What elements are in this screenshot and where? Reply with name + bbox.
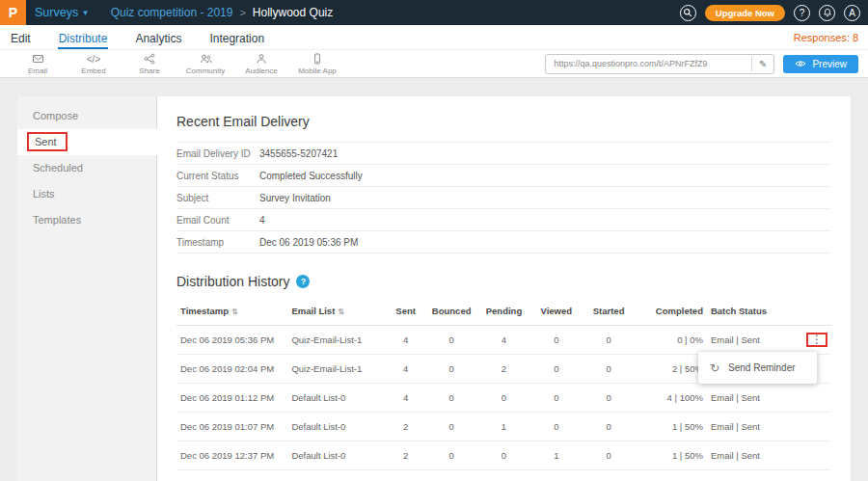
main-panel: Recent Email Delivery Email Delivery ID … xyxy=(157,96,851,481)
search-icon[interactable] xyxy=(680,5,696,21)
preview-button[interactable]: Preview xyxy=(783,55,858,73)
cell-started: 0 xyxy=(583,326,635,355)
toolbar-share-button[interactable]: Share xyxy=(122,53,177,75)
avatar[interactable]: A xyxy=(844,5,860,21)
content-area: Compose Sent Scheduled Lists Templates R… xyxy=(17,96,851,481)
sort-icon[interactable]: ⇅ xyxy=(338,307,344,316)
sidebar-item-compose[interactable]: Compose xyxy=(17,103,156,129)
toolbar-embed-button[interactable]: </> Embed xyxy=(66,53,122,75)
detail-value: 4 xyxy=(259,215,265,226)
cell-sent: 2 xyxy=(386,413,425,441)
cell-timestamp: Dec 06 2019 05:36 PM xyxy=(176,326,287,355)
cell-sent: 4 xyxy=(386,384,425,413)
delivery-details: Email Delivery ID 3455655-5207421 Curren… xyxy=(176,142,831,254)
recent-delivery-title: Recent Email Delivery xyxy=(176,114,831,129)
notifications-bell-icon[interactable] xyxy=(819,5,835,21)
cell-sent: 4 xyxy=(386,355,425,384)
col-header-batch-status: Batch Status xyxy=(707,299,799,326)
row-menu-dots-icon[interactable]: ⋮ xyxy=(808,334,826,345)
send-reminder-menu-item[interactable]: Send Reminder xyxy=(728,362,795,373)
cell-bounced: 0 xyxy=(425,355,477,384)
cell-email-list: Default List-0 xyxy=(287,384,386,413)
breadcrumb-survey-link[interactable]: Quiz competition - 2019 xyxy=(111,6,233,19)
tab-integration[interactable]: Integration xyxy=(208,29,265,49)
cell-viewed: 0 xyxy=(530,384,583,413)
cell-viewed: 1 xyxy=(530,441,583,470)
toolbar-email-button[interactable]: Email xyxy=(10,53,66,75)
cell-bounced: 0 xyxy=(425,384,477,413)
col-header-timestamp[interactable]: Timestamp⇅ xyxy=(176,299,287,326)
cell-pending: 2 xyxy=(477,355,529,384)
breadcrumb: Quiz competition - 2019 > Hollywood Quiz xyxy=(111,6,334,19)
cell-completed: 2 | 50% xyxy=(635,355,707,384)
distribute-toolbar: Email </> Embed Share Community Audienc xyxy=(0,49,868,78)
sort-icon[interactable]: ⇅ xyxy=(231,307,238,316)
table-row: Dec 06 2019 05:36 PM Quiz-Email-List-1 4… xyxy=(176,326,831,355)
detail-value: Survey Invitation xyxy=(259,193,331,203)
row-context-menu: ↻ Send Reminder xyxy=(698,352,817,384)
sidebar-item-lists[interactable]: Lists xyxy=(17,181,156,207)
section-nav: Edit Distribute Analytics Integration Re… xyxy=(0,25,868,49)
send-reminder-icon: ↻ xyxy=(710,363,719,373)
surveys-app-menu[interactable]: Surveys ▾ xyxy=(35,6,88,19)
distribution-history-header: Distribution History ? xyxy=(176,274,831,289)
cell-sent: 4 xyxy=(386,326,425,355)
toolbar-mobile-app-label: Mobile App xyxy=(289,67,345,75)
questionpro-logo[interactable]: P xyxy=(0,0,26,25)
cell-actions xyxy=(799,413,831,441)
cell-actions xyxy=(799,441,831,470)
sidebar-item-templates[interactable]: Templates xyxy=(17,207,156,233)
detail-label: Timestamp xyxy=(176,237,259,248)
table-header-row: Timestamp⇅ Email List⇅ Sent Bounced Pend… xyxy=(176,299,831,326)
cell-pending: 0 xyxy=(477,384,529,413)
cell-actions xyxy=(799,384,831,413)
help-icon[interactable]: ? xyxy=(794,5,810,21)
detail-row-subject: Subject Survey Invitation xyxy=(176,186,831,208)
surveys-app-label: Surveys xyxy=(35,6,78,19)
breadcrumb-separator: > xyxy=(239,7,245,18)
annotation-box-row-menu: ⋮ xyxy=(806,333,827,347)
help-tooltip-icon[interactable]: ? xyxy=(296,275,310,288)
col-header-pending: Pending xyxy=(477,299,529,326)
toolbar-email-label: Email xyxy=(10,67,66,75)
cell-bounced: 0 xyxy=(425,413,477,441)
survey-url-area: https://qa.questionpro.com/t/APNrFZfZ9 ✎… xyxy=(545,54,858,74)
table-row: Dec 06 2019 01:12 PM Default List-0 4 0 … xyxy=(176,384,831,413)
toolbar-embed-label: Embed xyxy=(66,67,122,75)
toolbar-audience-button[interactable]: Audience xyxy=(233,53,289,75)
responses-count[interactable]: Responses: 8 xyxy=(794,32,858,43)
survey-url-field[interactable]: https://qa.questionpro.com/t/APNrFZfZ9 ✎ xyxy=(545,54,774,74)
cell-batch-status: Email | Sent xyxy=(707,441,799,470)
col-header-completed: Completed xyxy=(635,299,707,326)
detail-label: Email Delivery ID xyxy=(176,148,259,159)
sidebar-item-scheduled[interactable]: Scheduled xyxy=(17,155,156,181)
cell-viewed: 0 xyxy=(530,326,583,355)
cell-viewed: 0 xyxy=(530,355,583,384)
col-header-label: Timestamp xyxy=(180,306,229,316)
survey-url-text: https://qa.questionpro.com/t/APNrFZfZ9 xyxy=(546,59,751,68)
tab-edit[interactable]: Edit xyxy=(10,29,32,49)
audience-icon xyxy=(233,53,289,66)
cell-completed: 0 | 0% xyxy=(635,326,707,355)
toolbar-community-button[interactable]: Community xyxy=(177,53,233,75)
breadcrumb-current-page: Hollywood Quiz xyxy=(253,6,333,19)
annotation-box-sent: Sent xyxy=(27,132,68,151)
edit-url-pencil-icon[interactable]: ✎ xyxy=(751,57,773,71)
cell-actions: ⋮ xyxy=(799,326,831,355)
detail-value: 3455655-5207421 xyxy=(259,148,338,159)
cell-timestamp: Dec 06 2019 02:04 PM xyxy=(176,355,287,384)
cell-email-list: Quiz-Email-List-1 xyxy=(287,326,386,355)
upgrade-now-button[interactable]: Upgrade Now xyxy=(705,5,785,21)
tab-analytics[interactable]: Analytics xyxy=(134,29,182,49)
col-header-bounced: Bounced xyxy=(425,299,477,326)
cell-completed: 1 | 50% xyxy=(635,441,707,470)
sidebar-item-sent[interactable]: Sent xyxy=(17,129,157,155)
toolbar-mobile-app-button[interactable]: Mobile App xyxy=(289,53,345,75)
tab-distribute[interactable]: Distribute xyxy=(58,29,109,49)
col-header-email-list[interactable]: Email List⇅ xyxy=(287,299,386,326)
col-header-sent: Sent xyxy=(386,299,425,326)
detail-value: Dec 06 2019 05:36 PM xyxy=(259,237,358,248)
cell-email-list: Quiz-Email-List-1 xyxy=(287,355,386,384)
cell-started: 0 xyxy=(583,441,635,470)
chevron-down-icon: ▾ xyxy=(83,8,88,17)
